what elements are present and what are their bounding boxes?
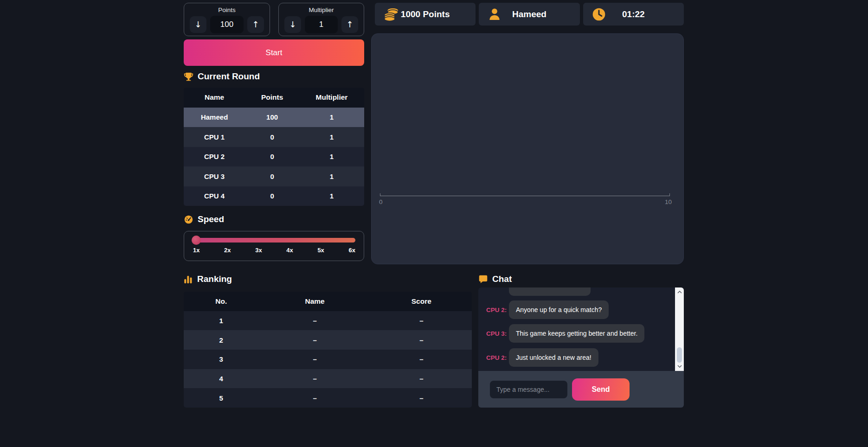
column-header: Name [184, 93, 245, 102]
rank-score-cell: – [371, 375, 472, 383]
current-round-table: Name Points Multiplier Hameed 100 1 CPU … [184, 88, 364, 206]
clock-icon [592, 7, 606, 22]
speed-label-4x[interactable]: 4x [286, 247, 293, 254]
player-name-cell: Hameed [184, 113, 245, 121]
table-row: CPU 4 0 1 [184, 186, 364, 206]
name-cell: CPU 1 [184, 133, 245, 141]
rank-no-cell: 4 [184, 375, 258, 383]
rank-name-cell: – [258, 336, 371, 344]
multiplier-value-field[interactable]: 1 [305, 16, 338, 33]
points-status-tile: 1000 Points [375, 3, 476, 26]
speed-heading: Speed [184, 214, 224, 224]
arrow-up-icon: ↑ [346, 19, 353, 29]
chat-title: Chat [492, 274, 512, 284]
person-icon [487, 7, 502, 22]
coins-icon [383, 6, 400, 22]
scroll-down-icon[interactable] [675, 363, 684, 370]
trophy-icon [184, 72, 193, 82]
speed-label-2x[interactable]: 2x [224, 247, 231, 254]
rank-score-cell: – [371, 317, 472, 325]
column-header: Points [245, 93, 299, 102]
ranking-table: No. Name Score 1 – – 2 – – 3 – – 4 – – 5… [184, 292, 472, 408]
column-header: Score [371, 297, 472, 306]
speedometer-icon [184, 215, 193, 224]
speed-label-5x[interactable]: 5x [317, 247, 324, 254]
ranking-heading: Ranking [184, 274, 232, 284]
multiplier-cell: 1 [299, 153, 364, 160]
ranking-header-row: No. Name Score [184, 292, 472, 311]
chat-message-list: CPU 2: Anyone up for a quick match? CPU … [478, 287, 684, 371]
chat-message: CPU 2: Anyone up for a quick match? [486, 300, 609, 319]
table-row-player: Hameed 100 1 [184, 108, 364, 128]
table-row: 1 – – [184, 311, 472, 331]
arrow-down-icon: ↓ [289, 19, 296, 29]
table-row: 5 – – [184, 388, 472, 408]
points-cell: 0 [245, 133, 299, 141]
points-decrease-button[interactable]: ↓ [190, 16, 206, 33]
points-stepper: Points ↓ 100 ↑ [184, 3, 270, 36]
chat-message-input[interactable] [490, 381, 567, 398]
multiplier-stepper-label: Multiplier [284, 6, 358, 13]
speed-label-1x[interactable]: 1x [193, 247, 199, 254]
points-value-field[interactable]: 100 [210, 16, 244, 33]
speed-label-6x[interactable]: 6x [348, 247, 355, 254]
axis-min-label: 0 [379, 198, 383, 205]
chat-message-bubble: Anyone up for a quick match? [509, 300, 609, 319]
points-status-value: 1000 Points [401, 9, 450, 19]
timer-status-tile: 01:22 [583, 3, 684, 26]
start-button[interactable]: Start [184, 39, 364, 66]
current-round-title: Current Round [198, 71, 260, 82]
chat-message-bubble: Just unlocked a new area! [509, 348, 598, 367]
chat-sender-label: CPU 3: [486, 330, 509, 337]
points-cell: 0 [245, 192, 299, 200]
player-multiplier-cell: 1 [299, 113, 364, 121]
axis-tick [669, 193, 670, 196]
chat-message: CPU 2: Just unlocked a new area! [486, 348, 598, 367]
axis-max-label: 10 [665, 198, 672, 205]
player-status-value: Hameed [512, 9, 547, 19]
game-page: Points ↓ 100 ↑ Multiplier ↓ 1 ↑ Start Cu… [0, 0, 868, 447]
multiplier-chart-panel: 0 10 [371, 33, 684, 264]
player-status-tile: Hameed [479, 3, 579, 26]
current-round-header-row: Name Points Multiplier [184, 88, 364, 108]
points-cell: 0 [245, 172, 299, 180]
chat-scrollbar[interactable] [675, 287, 684, 371]
points-stepper-label: Points [190, 6, 264, 13]
scrollbar-thumb[interactable] [677, 347, 682, 363]
player-points-cell: 100 [245, 113, 299, 121]
multiplier-increase-button[interactable]: ↑ [341, 16, 358, 33]
axis-tick [380, 193, 380, 196]
table-row: 3 – – [184, 350, 472, 369]
table-row: CPU 3 0 1 [184, 166, 364, 186]
timer-status-value: 01:22 [622, 9, 645, 19]
points-increase-button[interactable]: ↑ [247, 16, 264, 33]
speed-labels: 1x 2x 3x 4x 5x 6x [193, 247, 355, 254]
multiplier-cell: 1 [299, 172, 364, 180]
column-header: No. [184, 297, 258, 306]
multiplier-decrease-button[interactable]: ↓ [284, 16, 301, 33]
send-button[interactable]: Send [572, 378, 630, 401]
table-row: CPU 2 0 1 [184, 147, 364, 167]
table-row: CPU 1 0 1 [184, 127, 364, 147]
chat-panel: CPU 2: Anyone up for a quick match? CPU … [478, 287, 684, 408]
speed-title: Speed [198, 214, 224, 224]
rank-name-cell: – [258, 355, 371, 363]
bar-chart-icon [184, 275, 193, 284]
chat-input-bar: Send [478, 371, 684, 408]
rank-score-cell: – [371, 355, 472, 363]
name-cell: CPU 4 [184, 192, 245, 200]
name-cell: CPU 2 [184, 153, 245, 160]
scroll-up-icon[interactable] [675, 288, 684, 296]
rank-name-cell: – [258, 394, 371, 402]
chat-bubble-icon [478, 275, 488, 284]
chat-heading: Chat [478, 274, 512, 284]
speed-slider-track[interactable] [193, 238, 355, 243]
column-header: Multiplier [299, 93, 364, 102]
arrow-down-icon: ↓ [194, 19, 201, 29]
speed-label-3x[interactable]: 3x [255, 247, 262, 254]
speed-slider-panel: 1x 2x 3x 4x 5x 6x [184, 231, 364, 261]
chart-x-axis: 0 10 [380, 196, 670, 196]
table-row: 4 – – [184, 369, 472, 389]
speed-slider-knob[interactable] [192, 236, 201, 245]
arrow-up-icon: ↑ [252, 19, 259, 29]
